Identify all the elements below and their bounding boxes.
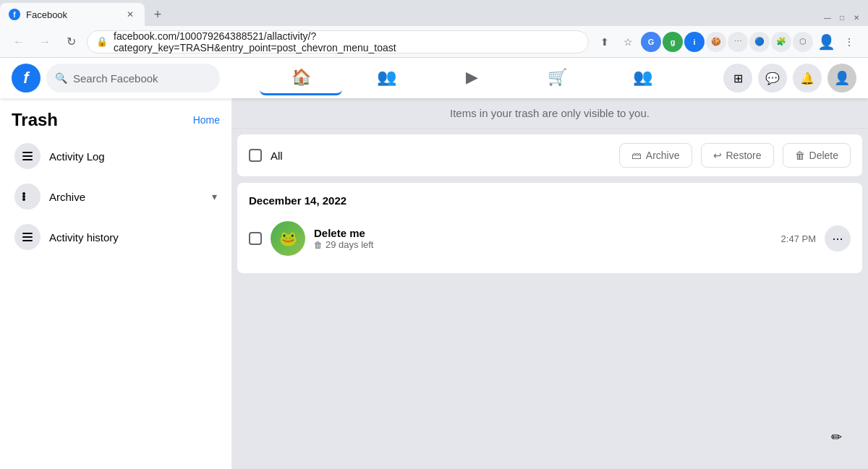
nav-home[interactable]: 🏠: [260, 61, 342, 95]
post-menu-button[interactable]: ···: [825, 225, 851, 251]
archive-label: Archive: [49, 191, 203, 203]
fb-header: f 🔍 Search Facebook 🏠 👥 ▶ 🛒 👥 ⊞ 💬 🔔 👤: [0, 58, 868, 98]
minimize-button[interactable]: —: [822, 12, 833, 23]
extension-icons: G g i 🍪 ⋯ 🔵 🧩 ⬡: [641, 32, 813, 52]
svg-rect-0: [22, 152, 33, 153]
archive-btn-icon: 🗃: [631, 150, 642, 161]
activity-log-label: Activity Log: [49, 150, 217, 163]
nav-friends[interactable]: 👥: [345, 61, 427, 95]
banner-text: Items in your trash are only visible to …: [450, 107, 650, 119]
post-avatar: 🐸: [271, 221, 305, 256]
fb-actions: ⊞ 💬 🔔 👤: [723, 64, 856, 92]
nav-marketplace[interactable]: 🛒: [516, 61, 598, 95]
ext-g-icon[interactable]: G: [641, 32, 661, 52]
post-date: December 14, 2022: [249, 194, 851, 207]
search-bar[interactable]: 🔍 Search Facebook: [46, 64, 220, 92]
post-checkbox[interactable]: [249, 232, 262, 245]
archive-btn-label: Archive: [646, 150, 680, 161]
maximize-button[interactable]: □: [836, 12, 848, 23]
delete-btn-icon: 🗑: [795, 150, 805, 161]
sidebar-item-activity-history[interactable]: Activity history: [6, 217, 226, 257]
post-section: December 14, 2022 🐸 Delete me 🗑 29 days …: [237, 183, 862, 273]
main-layout: Trash Home Activity Log: [0, 98, 868, 469]
post-meta: 🗑 29 days left: [314, 239, 773, 250]
restore-button[interactable]: ↩ Restore: [701, 143, 774, 168]
back-button[interactable]: ←: [9, 32, 29, 52]
url-text: facebook.com/100079264388521/allactivity…: [114, 30, 579, 53]
address-bar-actions: ⬆ ☆ G g i 🍪 ⋯ 🔵 🧩 ⬡ 👤 ⋮: [595, 32, 859, 52]
floating-edit-button[interactable]: ✏: [822, 423, 851, 452]
content-area: Items in your trash are only visible to …: [231, 98, 868, 469]
delete-button[interactable]: 🗑 Delete: [783, 143, 851, 168]
post-time: 2:47 PM: [781, 233, 816, 244]
tab-close-button[interactable]: ✕: [124, 9, 136, 20]
fb-logo[interactable]: f: [12, 64, 41, 92]
ext-g2-icon[interactable]: g: [663, 32, 683, 52]
ext-vpn-icon[interactable]: 🔵: [749, 32, 770, 52]
search-placeholder: Search Facebook: [73, 72, 158, 85]
select-all-checkbox[interactable]: [249, 149, 262, 162]
ext-dots-icon[interactable]: ⋯: [728, 32, 748, 52]
edit-icon: ✏: [831, 429, 842, 445]
tab-title: Facebook: [26, 9, 119, 20]
share-icon[interactable]: ⬆: [595, 32, 615, 52]
trash-banner: Items in your trash are only visible to …: [231, 98, 868, 129]
svg-point-4: [22, 195, 25, 198]
refresh-button[interactable]: ↻: [61, 32, 81, 52]
svg-point-3: [22, 192, 25, 195]
lock-icon: 🔒: [96, 36, 108, 47]
post-trash-icon: 🗑: [314, 240, 323, 250]
search-icon: 🔍: [55, 72, 67, 84]
trash-toolbar: All 🗃 Archive ↩ Restore 🗑 Delete: [237, 134, 862, 177]
post-item: 🐸 Delete me 🗑 29 days left 2:47 PM ···: [249, 215, 851, 262]
sidebar-item-archive[interactable]: Archive ▾: [6, 176, 226, 217]
ext-info-icon[interactable]: i: [684, 32, 705, 52]
post-name: Delete me: [314, 227, 773, 239]
svg-point-5: [22, 198, 25, 201]
tab-bar: f Facebook ✕ + — □ ✕: [0, 0, 868, 26]
archive-button[interactable]: 🗃 Archive: [619, 143, 692, 168]
activity-history-label: Activity history: [49, 231, 217, 244]
archive-icon: [14, 184, 41, 210]
profile-icon[interactable]: 👤: [816, 32, 836, 52]
address-bar: ← → ↻ 🔒 facebook.com/100079264388521/all…: [0, 26, 868, 58]
user-avatar[interactable]: 👤: [827, 64, 856, 92]
sidebar-title: Trash: [12, 110, 58, 130]
nav-groups[interactable]: 👥: [601, 61, 684, 95]
archive-chevron-icon: ▾: [212, 191, 217, 202]
ext-split-icon[interactable]: ⬡: [793, 32, 813, 52]
sidebar-title-row: Trash Home: [6, 110, 226, 136]
restore-btn-icon: ↩: [713, 150, 722, 161]
url-bar[interactable]: 🔒 facebook.com/100079264388521/allactivi…: [87, 30, 589, 53]
svg-rect-7: [22, 236, 33, 238]
delete-btn-label: Delete: [809, 150, 838, 161]
close-window-button[interactable]: ✕: [851, 12, 862, 23]
restore-btn-label: Restore: [726, 150, 762, 161]
nav-watch[interactable]: ▶: [430, 61, 513, 95]
activity-history-icon: [14, 224, 41, 250]
svg-rect-6: [22, 233, 33, 234]
new-tab-button[interactable]: +: [148, 4, 168, 25]
fb-nav: 🏠 👥 ▶ 🛒 👥: [226, 61, 718, 95]
svg-rect-2: [22, 159, 33, 160]
tab-favicon: f: [9, 9, 20, 20]
apps-button[interactable]: ⊞: [723, 64, 752, 92]
ext-cookie-icon[interactable]: 🍪: [706, 32, 726, 52]
ext-puzzle-icon[interactable]: 🧩: [771, 32, 791, 52]
activity-log-icon: [14, 143, 41, 169]
bookmark-icon[interactable]: ☆: [618, 32, 638, 52]
svg-rect-1: [22, 155, 33, 157]
menu-icon[interactable]: ⋮: [839, 32, 859, 52]
window-controls: — □ ✕: [816, 12, 868, 23]
active-tab[interactable]: f Facebook ✕: [0, 3, 145, 26]
post-info: Delete me 🗑 29 days left: [314, 227, 773, 250]
svg-rect-8: [22, 240, 33, 241]
sidebar-home-link[interactable]: Home: [193, 114, 220, 126]
sidebar-item-activity-log[interactable]: Activity Log: [6, 136, 226, 176]
messenger-button[interactable]: 💬: [758, 64, 787, 92]
forward-button[interactable]: →: [35, 32, 55, 52]
sidebar: Trash Home Activity Log: [0, 98, 231, 469]
post-days-left: 29 days left: [326, 239, 374, 250]
all-label: All: [271, 150, 610, 162]
notifications-button[interactable]: 🔔: [793, 64, 822, 92]
